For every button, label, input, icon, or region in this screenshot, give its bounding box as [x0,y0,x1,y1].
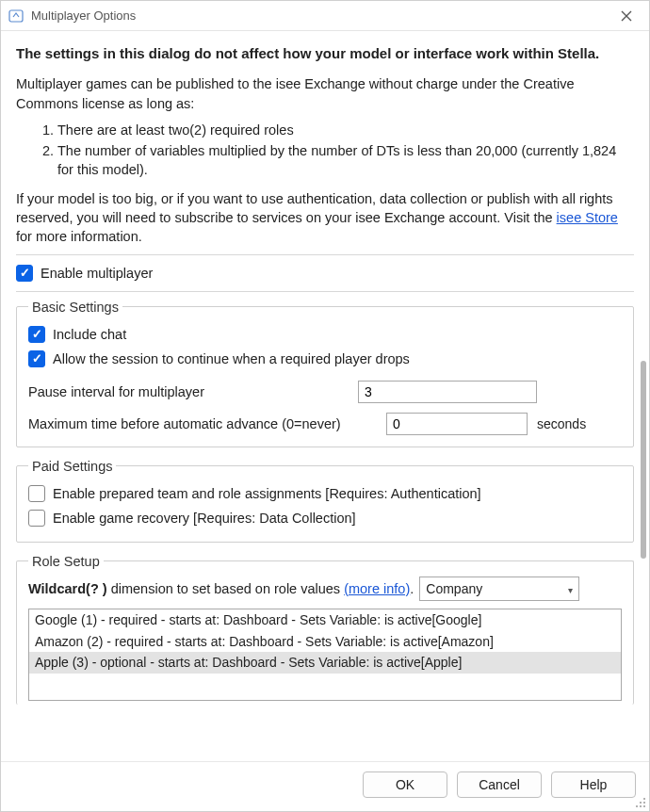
svg-point-2 [640,805,642,807]
paid-settings-group: Paid Settings Enable prepared team and r… [16,459,634,543]
prepared-assignments-row: Enable prepared team and role assignment… [28,481,622,506]
button-bar: OK Cancel Help [1,761,649,811]
maxtime-input[interactable] [386,413,528,435]
select-value: Company [426,581,482,596]
more-info-link[interactable]: (more info) [344,581,410,596]
maxtime-row: Maximum time before automatic advance (0… [28,413,622,435]
enable-multiplayer-checkbox[interactable] [16,265,33,282]
game-recovery-row: Enable game recovery [Requires: Data Col… [28,506,622,530]
allow-continue-checkbox[interactable] [28,350,45,367]
ok-button[interactable]: OK [363,771,447,798]
role-list[interactable]: Google (1) - required - starts at: Dashb… [28,609,622,701]
role-item[interactable]: Amazon (2) - required - starts at: Dashb… [29,631,621,653]
pause-interval-input[interactable] [358,381,537,403]
close-icon [621,10,632,22]
intro-paragraph-2: If your model is too big, or if you want… [16,189,634,247]
svg-point-5 [640,802,642,804]
scrollbar-thumb[interactable] [641,361,646,559]
cancel-button[interactable]: Cancel [457,771,542,798]
wildcard-bold: Wildcard(? ) [28,581,107,596]
intro-p2-a: If your model is too big, or if you want… [16,191,613,225]
svg-point-1 [643,805,645,807]
seconds-label: seconds [537,416,586,431]
prepared-assignments-checkbox[interactable] [28,485,45,502]
role-setup-legend: Role Setup [28,554,104,569]
svg-point-3 [643,802,645,804]
pause-interval-row: Pause interval for multiplayer [28,381,622,403]
maxtime-label: Maximum time before automatic advance (0… [28,416,377,431]
titlebar: Multiplayer Options [1,1,649,31]
requirements-list: There are at least two(2) required roles… [39,121,634,180]
allow-continue-label: Allow the session to continue when a req… [53,351,410,366]
wildcard-dimension-select[interactable]: Company ▾ [419,577,579,601]
game-recovery-label: Enable game recovery [Requires: Data Col… [53,511,356,526]
wildcard-period: . [410,581,414,596]
enable-multiplayer-row: Enable multiplayer [16,255,634,291]
svg-point-6 [643,798,645,800]
close-button[interactable] [611,5,642,27]
role-item[interactable]: Google (1) - required - starts at: Dashb… [29,609,621,631]
wildcard-text: dimension to set based on role values [107,581,344,596]
intro-paragraph-1: Multiplayer games can be published to th… [16,74,634,113]
intro-bold-text: The settings in this dialog do not affec… [16,44,634,63]
role-setup-group: Role Setup Wildcard(? ) dimension to set… [16,554,634,705]
svg-point-4 [636,805,638,807]
include-chat-label: Include chat [53,327,126,342]
scrollbar[interactable] [640,361,647,568]
basic-settings-group: Basic Settings Include chat Allow the se… [16,300,634,447]
basic-settings-legend: Basic Settings [28,300,122,315]
chevron-down-icon: ▾ [568,585,573,595]
help-button[interactable]: Help [551,771,636,798]
wildcard-row: Wildcard(? ) dimension to set based on r… [28,577,622,601]
isee-store-link[interactable]: isee Store [557,210,618,225]
requirement-item-1: There are at least two(2) required roles [57,121,634,139]
game-recovery-checkbox[interactable] [28,510,45,527]
include-chat-checkbox[interactable] [28,326,45,343]
app-icon [8,8,24,24]
requirement-item-2: The number of variables multiplied by th… [57,141,634,180]
dialog-content: The settings in this dialog do not affec… [1,31,649,761]
pause-interval-label: Pause interval for multiplayer [28,384,349,399]
paid-settings-legend: Paid Settings [28,459,116,474]
enable-multiplayer-label: Enable multiplayer [41,266,153,281]
role-item[interactable]: Apple (3) - optional - starts at: Dashbo… [29,652,621,674]
allow-continue-row: Allow the session to continue when a req… [28,347,622,371]
intro-p2-b: for more information. [16,229,142,244]
resize-grip-icon[interactable] [635,797,648,810]
window-title: Multiplayer Options [31,8,611,23]
dialog-window: Multiplayer Options The settings in this… [0,0,650,812]
include-chat-row: Include chat [28,322,622,347]
prepared-assignments-label: Enable prepared team and role assignment… [53,486,481,501]
svg-rect-0 [9,10,23,22]
